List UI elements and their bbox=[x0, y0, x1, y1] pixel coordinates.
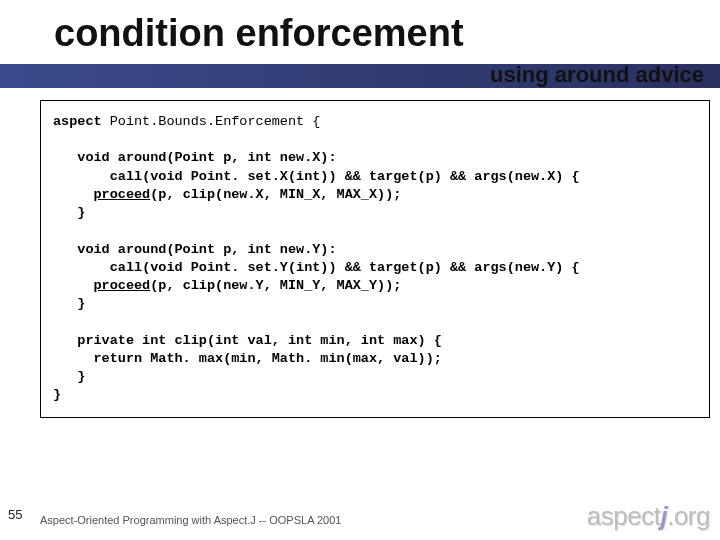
pc-y-3: (new.Y) { bbox=[507, 260, 580, 275]
pc-y-1: (void Point. set.Y(int)) && bbox=[142, 260, 369, 275]
kw-args-y: args bbox=[474, 260, 506, 275]
clip-close: } bbox=[53, 369, 85, 384]
clip-body: return Math. max(min, Math. min(max, val… bbox=[53, 351, 442, 366]
pc-x-2: (p) && bbox=[418, 169, 475, 184]
logo-text: aspectj.org bbox=[587, 501, 710, 532]
kw-args-x: args bbox=[474, 169, 506, 184]
logo-aspect: aspect bbox=[587, 501, 661, 531]
code-box: aspect Point.Bounds.Enforcement { void a… bbox=[40, 100, 710, 418]
advice-x-pc-indent bbox=[53, 169, 110, 184]
kw-proceed-x: proceed bbox=[94, 187, 151, 202]
proceed-x-indent bbox=[53, 187, 94, 202]
proceed-y-args: (p, clip(new.Y, MIN_Y, MAX_Y)); bbox=[150, 278, 401, 293]
proceed-x-args: (p, clip(new.X, MIN_X, MAX_X)); bbox=[150, 187, 401, 202]
advice-x-close: } bbox=[53, 205, 85, 220]
advice-y-sig: void around(Point p, int new.Y): bbox=[53, 242, 337, 257]
kw-call-y: call bbox=[110, 260, 142, 275]
pc-y-2: (p) && bbox=[418, 260, 475, 275]
kw-aspect: aspect bbox=[53, 114, 102, 129]
page-number: 55 bbox=[8, 507, 22, 522]
pc-x-3: (new.X) { bbox=[507, 169, 580, 184]
aspect-decl: Point.Bounds.Enforcement { bbox=[102, 114, 321, 129]
kw-target-x: target bbox=[369, 169, 418, 184]
footer-credit: Aspect-Oriented Programming with Aspect.… bbox=[40, 514, 341, 526]
logo-dotorg: .org bbox=[667, 501, 710, 531]
pc-x-1: (void Point. set.X(int)) && bbox=[142, 169, 369, 184]
slide-title: condition enforcement bbox=[54, 12, 464, 55]
proceed-y-indent bbox=[53, 278, 94, 293]
kw-proceed-y: proceed bbox=[94, 278, 151, 293]
advice-y-close: } bbox=[53, 296, 85, 311]
slide-subtitle: using around advice bbox=[490, 62, 704, 88]
clip-sig: private int clip(int val, int min, int m… bbox=[53, 333, 442, 348]
advice-y-pc-indent bbox=[53, 260, 110, 275]
title-bar: condition enforcement using around advic… bbox=[0, 12, 720, 82]
aspect-end: } bbox=[53, 387, 61, 402]
advice-x-sig: void around(Point p, int new.X): bbox=[53, 150, 337, 165]
kw-target-y: target bbox=[369, 260, 418, 275]
kw-call-x: call bbox=[110, 169, 142, 184]
logo: aspectj.org bbox=[587, 501, 710, 532]
